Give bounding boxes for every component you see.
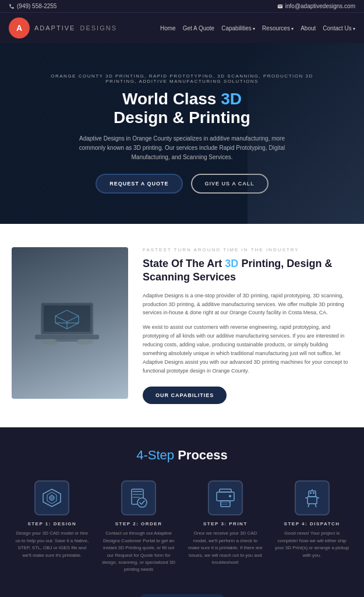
email-address: info@adaptivedesigns.com <box>285 3 355 9</box>
nav-links: Home Get A Quote Capabilities Resources … <box>160 25 355 31</box>
phone-icon <box>9 3 15 9</box>
features-desc-2: We exist to assist our customers with re… <box>143 323 352 375</box>
logo-sub: DESIGNS <box>80 24 117 31</box>
svg-rect-28 <box>308 497 317 504</box>
step-dispatch-label: STEP 4: DISPATCH <box>284 521 340 526</box>
hero-buttons: REQUEST A QUOTE GIVE US A CALL <box>96 174 268 194</box>
svg-point-18 <box>137 498 147 507</box>
svg-marker-6 <box>55 323 79 329</box>
hero-bg-decoration <box>248 43 364 224</box>
features-desc-1: Adaptive Designs is a one-stop provider … <box>143 292 352 318</box>
top-bar: (949) 558-2255 info@adaptivedesigns.com <box>0 0 364 12</box>
phone-contact[interactable]: (949) 558-2255 <box>9 3 56 9</box>
svg-rect-16 <box>133 494 142 495</box>
give-us-call-button[interactable]: GIVE US A CALL <box>191 174 268 194</box>
features-section: Fastest Turn Around Time In The Industry… <box>0 224 364 427</box>
hero-section: Orange County 3D Printing, Rapid Prototy… <box>0 43 364 224</box>
logo-letter: A <box>16 23 22 33</box>
svg-rect-17 <box>133 497 140 498</box>
step-design-label: STEP 1: DESIGN <box>27 521 76 526</box>
svg-rect-15 <box>133 491 142 492</box>
phone-number: (949) 558-2255 <box>17 3 56 9</box>
step-print-label: STEP 3: PRINT <box>203 521 248 526</box>
email-icon <box>277 3 283 9</box>
svg-rect-7 <box>35 335 99 339</box>
step-order-label: STEP 2: ORDER <box>115 521 162 526</box>
step-print: STEP 3: PRINT Once we receive your 3D CA… <box>185 480 266 573</box>
svg-rect-8 <box>55 339 79 342</box>
step-order: STEP 2: ORDER Contact us through out Ada… <box>98 480 179 573</box>
step-design-icon <box>34 480 69 515</box>
email-contact[interactable]: info@adaptivedesigns.com <box>277 3 355 9</box>
hero-subtitle: Orange County 3D Printing, Rapid Prototy… <box>35 73 329 84</box>
svg-rect-1 <box>44 305 90 332</box>
svg-rect-20 <box>217 492 234 501</box>
svg-marker-13 <box>50 495 54 501</box>
hero-description: Adaptive Designs in Orange County specia… <box>77 134 287 162</box>
step-print-icon <box>208 480 243 515</box>
process-request-quote-button[interactable]: REQUEST A QUOTE <box>137 594 227 597</box>
logo-text-area: ADAPTIVE DESIGNS <box>34 24 117 31</box>
logo-icon: A <box>9 17 30 38</box>
svg-rect-25 <box>309 491 316 497</box>
svg-line-32 <box>315 504 316 507</box>
step-design-desc: Design your 3D CAD model or hire us to h… <box>15 530 90 559</box>
step-dispatch-icon <box>295 480 330 515</box>
laptop-illustration <box>12 247 128 399</box>
nav-contact[interactable]: Contact Us <box>323 25 355 31</box>
request-quote-button[interactable]: REQUEST A QUOTE <box>96 174 182 194</box>
svg-line-31 <box>308 504 309 507</box>
process-cta: REQUEST A QUOTE <box>12 588 352 597</box>
features-tag: Fastest Turn Around Time In The Industry <box>143 247 352 252</box>
nav-home[interactable]: Home <box>160 25 176 31</box>
features-content: Fastest Turn Around Time In The Industry… <box>143 247 352 404</box>
our-capabilities-button[interactable]: OUR CAPABILITIES <box>143 387 227 404</box>
features-image <box>12 247 128 399</box>
step-print-desc: Once we receive your 3D CAD model, we'll… <box>188 530 263 566</box>
step-design: STEP 1: DESIGN Design your 3D CAD model … <box>12 480 93 573</box>
step-order-icon <box>121 480 156 515</box>
step-order-desc: Contact us through out Adaptive Designs … <box>101 530 176 573</box>
nav-resources[interactable]: Resources <box>262 25 294 31</box>
svg-rect-27 <box>313 492 314 494</box>
svg-rect-0 <box>41 303 93 335</box>
main-nav: A ADAPTIVE DESIGNS Home Get A Quote Capa… <box>0 12 364 43</box>
svg-rect-26 <box>310 492 312 494</box>
svg-point-10 <box>76 339 93 345</box>
features-title: State Of The Art 3D Printing, Design & S… <box>143 257 352 285</box>
nav-capabilities[interactable]: Capabilities <box>221 25 255 31</box>
logo[interactable]: A ADAPTIVE DESIGNS <box>9 17 117 38</box>
nav-quote[interactable]: Get A Quote <box>183 25 214 31</box>
hero-title: World Class 3D Design & Printing <box>114 90 250 127</box>
svg-rect-21 <box>221 501 230 507</box>
steps-container: STEP 1: DESIGN Design your 3D CAD model … <box>12 480 352 573</box>
process-title: 4-Step Process <box>12 448 352 463</box>
nav-about[interactable]: About <box>301 25 316 31</box>
step-dispatch-desc: Good news! Your project is complete! Now… <box>274 530 349 559</box>
svg-point-24 <box>229 495 231 497</box>
step-dispatch: STEP 4: DISPATCH Good news! Your project… <box>271 480 352 573</box>
process-section: 4-Step Process STEP 1: DESIGN Design you… <box>0 427 364 597</box>
svg-marker-2 <box>55 310 79 322</box>
logo-name: ADAPTIVE DESIGNS <box>34 24 117 31</box>
svg-point-9 <box>41 339 58 345</box>
